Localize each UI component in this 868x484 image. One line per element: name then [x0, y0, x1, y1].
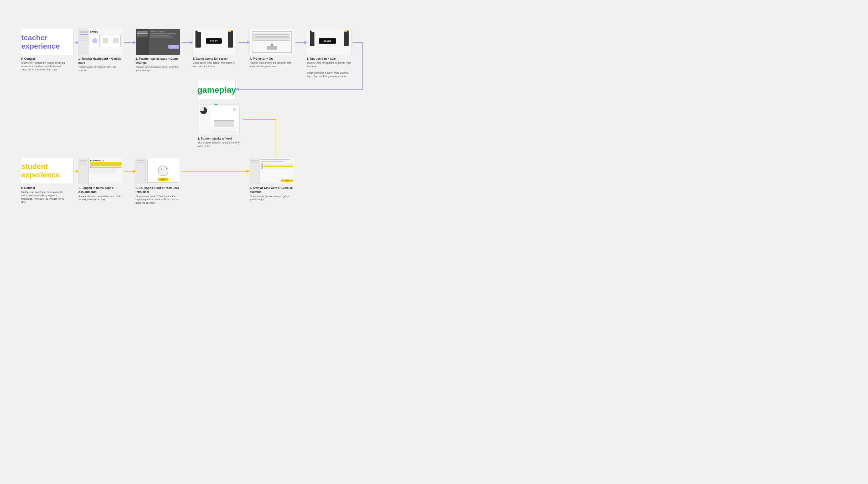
gameplay-sketch-card: [197, 104, 240, 135]
card-t5: START 10: [307, 29, 351, 55]
connectors-layer: [0, 0, 868, 484]
teacher-label-card: teacher experience: [21, 29, 73, 55]
caption-t2: 2. Teacher games page > Game settings Te…: [135, 57, 180, 72]
card-s2: START: [135, 158, 180, 184]
caption-s2: 2. 321 page > Start of Task Card (exerci…: [135, 186, 180, 205]
caption-s3: 3. Start of Task Card > Exercise questio…: [250, 186, 294, 201]
main-canvas: teacher experience GAMES: [0, 0, 868, 484]
student-label: student experience: [21, 162, 73, 179]
gameplay-label: gameplay: [197, 85, 236, 95]
caption-s1: 1. Logged in home page > Assignments Stu…: [78, 186, 123, 201]
card-t1: GAMES: [78, 29, 123, 55]
card-t4: [250, 29, 294, 55]
card-t2: GAME SETTINGS PLAY: [135, 29, 180, 55]
caption-s0: 0. Context Student is in classroom, has …: [21, 186, 73, 204]
student-label-card: student experience: [21, 158, 73, 184]
caption-t5: 5. Start screen > start Teacher waits fo…: [307, 57, 351, 78]
caption-t3: 3. Game opens full screen Game opens in …: [192, 57, 237, 68]
caption-t0: 0. Context Teacher is in classroom, logg…: [21, 57, 73, 71]
card-s1: ASSIGNMENTS: [78, 158, 123, 184]
card-t3: START 10: [192, 29, 237, 55]
caption-gameplay: 1. Student stacks a floor! Student (gets…: [197, 137, 242, 148]
caption-t4: 4. Projector > On Teacher walks over to …: [250, 57, 294, 68]
card-s3: CHECK: [250, 158, 294, 184]
gameplay-label-card: gameplay: [197, 80, 236, 100]
teacher-label: teacher experience: [21, 34, 73, 51]
caption-t1: 1. Teacher dashboard > Games page Teache…: [78, 57, 123, 72]
